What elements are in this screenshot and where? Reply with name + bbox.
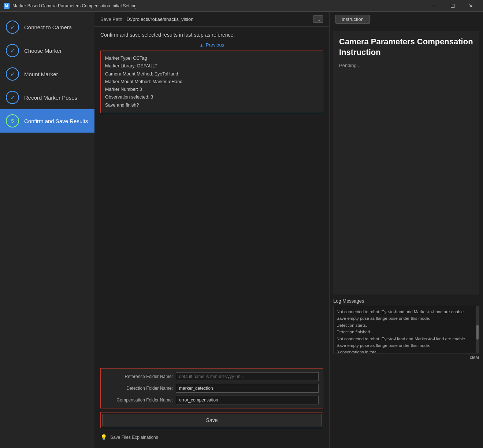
log-line-2: Detection finished. (337, 329, 473, 335)
save-path-label: Save Path: (100, 16, 124, 22)
right-panel: Instruction Camera Parameters Compensati… (329, 12, 483, 448)
instruction-content: Camera Parameters Compensation Instructi… (333, 31, 479, 295)
content-area: Confirm and save selected results in las… (94, 27, 329, 448)
log-line-4: 3 observations in total (337, 349, 473, 353)
log-label: Log Messages (333, 298, 479, 304)
save-button[interactable]: Save (102, 414, 322, 426)
step-icon-5: 5 (6, 114, 19, 127)
save-btn-box: Save (100, 412, 323, 428)
log-line-3: Not connected to robot. Eye-to-Hand and … (337, 336, 473, 349)
app-icon: M (4, 3, 10, 9)
sidebar-item-record-marker-poses[interactable]: ✓ Record Marker Poses (0, 86, 94, 109)
instruction-body: Pending... (339, 63, 473, 68)
window-title: Marker Based Camera Parameters Compensat… (12, 3, 426, 8)
compensation-folder-input[interactable] (176, 396, 319, 404)
save-explanation-label: Save Files Explainations (110, 435, 158, 440)
sidebar-item-confirm-save[interactable]: 5 Confirm and Save Results (0, 109, 94, 133)
log-section: Log Messages Not connected to robot. Eye… (330, 298, 483, 364)
chevron-up-icon: ▲ (200, 43, 204, 47)
step-icon-4: ✓ (6, 91, 19, 104)
previous-label: Previous (206, 42, 224, 48)
previous-section: ▲ Previous Marker Type: CCTag Marker Lib… (100, 42, 323, 113)
sidebar-label-mount-marker: Mount Marker (24, 71, 58, 77)
bulb-icon: 💡 (100, 434, 107, 441)
summary-line-0: Marker Type: CCTag (105, 55, 319, 62)
summary-line-2: Camera Mount Method: EyeToHand (105, 70, 319, 78)
summary-line-5: Observation selected: 3 (105, 93, 319, 101)
reference-folder-row: Reference Folder Name: (105, 372, 319, 381)
compensation-folder-label: Compensation Folder Name: (105, 397, 173, 403)
summary-line-1: Marker Library: DEFAULT (105, 62, 319, 70)
log-line-1: Detection starts. (337, 322, 473, 329)
sidebar-label-choose-marker: Choose Marker (24, 48, 62, 54)
sidebar-item-connect-to-camera[interactable]: ✓ Connect to Camera (0, 15, 94, 39)
summary-line-6: Save and finish? (105, 101, 319, 109)
compensation-folder-row: Compensation Folder Name: (105, 396, 319, 404)
save-path-bar: Save Path: D:/projects/rokae/snacks_visi… (94, 12, 329, 27)
step-icon-2: ✓ (6, 44, 19, 57)
log-footer: clear (333, 355, 479, 360)
titlebar: M Marker Based Camera Parameters Compens… (0, 0, 483, 12)
sidebar-label-confirm-save: Confirm and Save Results (24, 118, 88, 124)
scrollbar-thumb (476, 325, 479, 340)
sidebar-item-mount-marker[interactable]: ✓ Mount Marker (0, 62, 94, 86)
window-controls: ─ ☐ ✕ (426, 0, 479, 12)
clear-log-button[interactable]: clear (470, 355, 479, 360)
close-button[interactable]: ✕ (462, 0, 479, 12)
reference-folder-input[interactable] (176, 372, 319, 381)
instruction-tab-button[interactable]: Instruction (335, 15, 370, 24)
sidebar-label-connect-to-camera: Connect to Camera (24, 24, 72, 30)
save-explanation[interactable]: 💡 Save Files Explainations (100, 432, 323, 443)
sidebar-label-record-marker-poses: Record Marker Poses (24, 95, 77, 101)
browse-button[interactable]: ... (313, 15, 323, 23)
instruction-tab: Instruction (330, 12, 483, 27)
instruction-title: Camera Parameters Compensation Instructi… (339, 37, 473, 58)
previous-header[interactable]: ▲ Previous (100, 42, 323, 48)
detection-folder-label: Detection Folder Name: (105, 386, 173, 391)
step-icon-3: ✓ (6, 67, 19, 81)
save-path-value: D:/projects/rokae/snacks_vision (127, 16, 310, 22)
main-content: Save Path: D:/projects/rokae/snacks_visi… (94, 12, 329, 448)
sidebar-item-choose-marker[interactable]: ✓ Choose Marker (0, 39, 94, 62)
summary-line-4: Marker Number: 3 (105, 86, 319, 93)
sidebar: ✓ Connect to Camera ✓ Choose Marker ✓ Mo… (0, 12, 94, 448)
log-line-0: Not connected to robot. Eye-to-hand and … (337, 308, 473, 322)
detection-folder-row: Detection Folder Name: (105, 384, 319, 393)
summary-box: Marker Type: CCTag Marker Library: DEFAU… (100, 51, 323, 113)
content-heading: Confirm and save selected results in las… (100, 32, 323, 38)
reference-folder-label: Reference Folder Name: (105, 374, 173, 379)
minimize-button[interactable]: ─ (426, 0, 443, 12)
step-icon-1: ✓ (6, 21, 19, 34)
detection-folder-input[interactable] (176, 384, 319, 393)
summary-line-3: Marker Mount Method: MarkerToHand (105, 78, 319, 86)
log-scrollbar[interactable] (476, 306, 479, 353)
log-messages: Not connected to robot. Eye-to-hand and … (334, 306, 476, 353)
log-messages-wrapper: Not connected to robot. Eye-to-hand and … (333, 306, 479, 353)
folder-inputs-box: Reference Folder Name: Detection Folder … (100, 368, 323, 408)
bottom-section: Reference Folder Name: Detection Folder … (100, 364, 323, 443)
maximize-button[interactable]: ☐ (444, 0, 461, 12)
